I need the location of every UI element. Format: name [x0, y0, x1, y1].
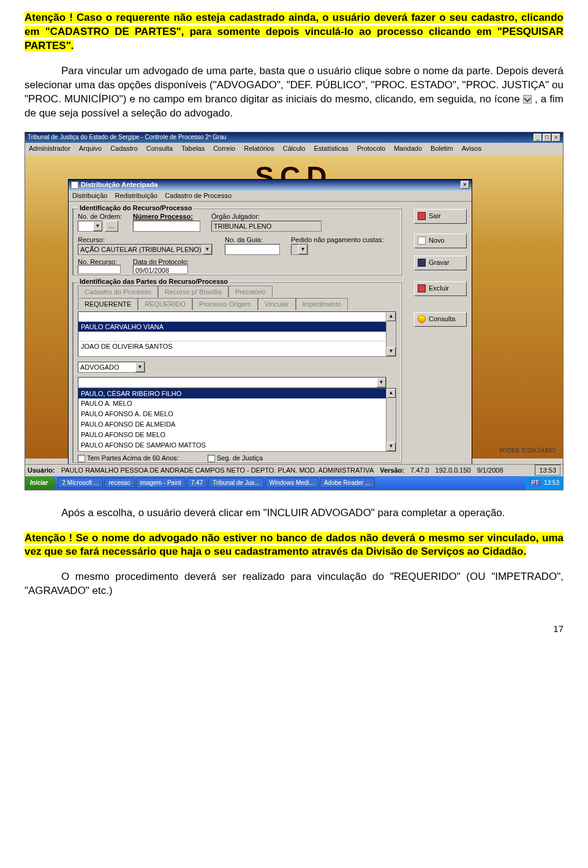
dropdown-ordem[interactable]: ▼ — [93, 221, 102, 231]
names-listbox[interactable]: PAULO, CÉSAR RIBEIRO FILHO PAULO A. MELO… — [78, 388, 396, 452]
main-titlebar: Tribunal de Justiça do Estado de Sergipe… — [25, 132, 563, 143]
name-row[interactable]: PAULO AFONSO DE MELO — [78, 430, 396, 440]
tab-vincular[interactable]: Vincular — [258, 298, 296, 311]
taskbar-item[interactable]: 2 Microsoft ... — [58, 478, 103, 489]
menu-item[interactable]: Administrador — [29, 144, 70, 153]
close-button[interactable]: × — [552, 134, 560, 142]
statusbar: Usuário: PAULO RAMALHO PESSOA DE ANDRADE… — [25, 464, 563, 476]
group-identificacao: Identificação do Recurso/Processo No. de… — [72, 208, 402, 275]
minimize-button[interactable]: _ — [533, 134, 542, 142]
dialog-menu-item[interactable]: Redistribuição — [115, 191, 157, 200]
status-hora: 13:53 — [535, 465, 560, 476]
scroll-up-button[interactable]: ▲ — [386, 312, 396, 321]
button-novo[interactable]: Novo — [414, 234, 467, 248]
button-excluir[interactable]: Excluir — [414, 281, 467, 296]
app-screenshot: Tribunal de Justiça do Estado de Sergipe… — [24, 132, 564, 490]
parties-listbox[interactable]: PAULO CARVALHO VIANA JOAO DE OLIVEIRA SA… — [78, 311, 396, 357]
tab-requerido[interactable]: REQUERIDO — [138, 298, 192, 311]
party-row[interactable]: JOAO DE OLIVEIRA SANTOS — [78, 341, 396, 352]
status-ip: 192.0.0.150 — [435, 466, 471, 475]
names-scrollbar[interactable]: ▲ ▼ — [386, 389, 396, 451]
name-row[interactable]: PAULO ALBERTO CARNEIRO DA COSTA — [78, 451, 396, 452]
warning-1: Atenção ! Caso o requerente não esteja c… — [24, 11, 564, 53]
menu-item[interactable]: Arquivo — [79, 144, 102, 153]
menu-item[interactable]: Correio — [213, 144, 235, 153]
advogado-search-dropdown[interactable]: ▼ — [377, 378, 386, 387]
dropdown-icon — [523, 95, 532, 104]
taskbar-item[interactable]: Windows Medi... — [265, 478, 318, 489]
name-row-selected[interactable]: PAULO, CÉSAR RIBEIRO FILHO — [78, 389, 396, 399]
app-background: SCD PODER JUDICIÁRIO Distribuição Anteci… — [25, 155, 563, 459]
tray-lang[interactable]: PT — [529, 479, 541, 487]
dialog-close-button[interactable]: × — [461, 181, 469, 189]
scroll-down-button[interactable]: ▼ — [386, 347, 396, 356]
exit-icon — [418, 212, 426, 220]
scrollbar[interactable]: ▲ ▼ — [386, 312, 396, 356]
taskbar-item[interactable]: imagem - Paint — [136, 478, 186, 489]
label-orgao: Órgão Julgador: — [211, 212, 260, 221]
menu-item[interactable]: Estatísticas — [314, 144, 348, 153]
role-dropdown-arrow[interactable]: ▼ — [135, 362, 145, 372]
name-row[interactable]: PAULO AFONSO DE ALMEIDA — [78, 419, 396, 430]
warning-2-body: Se o nome do advogado não estiver no ban… — [24, 532, 564, 558]
dialog-distribuicao: Distribuição Antecipada × Distribuição R… — [68, 179, 472, 467]
menu-item[interactable]: Mandado — [394, 144, 422, 153]
start-button[interactable]: Iniciar — [25, 476, 56, 490]
tab-cadastro-processo[interactable]: Cadastro do Processo — [78, 286, 158, 298]
judiciario-label: PODER JUDICIÁRIO — [500, 446, 556, 455]
dropdown-recurso[interactable]: ▼ — [203, 245, 212, 254]
paragraph-2: Para vincular um advogado de uma parte, … — [24, 64, 564, 121]
taskbar-item[interactable]: recesso — [104, 478, 134, 489]
name-row[interactable]: PAULO AFONSO DE SAMPAIO MATTOS — [78, 440, 396, 451]
maximize-button[interactable]: □ — [543, 134, 551, 142]
dialog-menubar: Distribuição Redistribuição Cadastro de … — [69, 191, 472, 202]
dialog-title: Distribuição Antecipada — [81, 180, 158, 189]
menu-item[interactable]: Avisos — [462, 144, 481, 153]
party-row-selected[interactable]: PAULO CARVALHO VIANA — [78, 322, 396, 332]
warning-1-prefix: Atenção ! — [24, 12, 77, 23]
dialog-menu-item[interactable]: Distribuição — [72, 191, 107, 200]
taskbar-item[interactable]: Adobe Reader ... — [320, 478, 375, 489]
tab-impedimento[interactable]: Impedimento — [296, 298, 349, 311]
field-guia[interactable] — [225, 244, 280, 255]
button-consulta[interactable]: Consulta — [414, 312, 467, 327]
checkbox-icon[interactable] — [78, 455, 85, 462]
scroll-down-button[interactable]: ▼ — [386, 442, 396, 451]
tab-precatorio[interactable]: Precatório — [228, 286, 273, 298]
group-partes-label: Identificação das Partes do Recurso/Proc… — [78, 277, 230, 286]
field-data-protocolo[interactable]: 09/01/2008 — [133, 265, 188, 274]
taskbar-item[interactable]: 7.47 — [187, 478, 207, 489]
warning-2: Atenção ! Se o nome do advogado não esti… — [24, 531, 564, 560]
field-numero-processo[interactable] — [133, 221, 200, 232]
dialog-menu-item[interactable]: Cadastro de Processo — [165, 191, 232, 200]
button-sair[interactable]: Sair — [414, 209, 467, 224]
checkbox-seg-justica[interactable]: Seg. de Justiça — [208, 454, 263, 463]
menu-item[interactable]: Cálculo — [283, 144, 306, 153]
tabstrip-upper: Cadastro do Processo Recurso p/ Brasília… — [78, 286, 273, 298]
tab-processo-origem[interactable]: Processo Origem — [192, 298, 258, 311]
name-row[interactable]: PAULO A. MELO — [78, 398, 396, 409]
label-pedido: Pedido não pagamento custas: — [291, 235, 384, 245]
menu-item[interactable]: Cadastro — [110, 144, 138, 153]
menu-item[interactable]: Relatórios — [244, 144, 274, 153]
status-versao-label: Versão: — [380, 466, 404, 475]
name-row[interactable]: PAULO AFONSO A. DE MELO — [78, 409, 396, 419]
tab-requerente[interactable]: REQUERENTE — [78, 298, 138, 311]
checkbox-icon[interactable] — [208, 455, 215, 462]
menu-item[interactable]: Consulta — [146, 144, 173, 153]
advogado-search-field[interactable] — [78, 377, 386, 388]
label-recurso: Recurso: — [78, 235, 105, 245]
list-row-empty — [78, 332, 396, 341]
checkbox-60-anos[interactable]: Tem Partes Acima de 60 Anos: — [78, 454, 179, 463]
menu-item[interactable]: Tabelas — [181, 144, 205, 153]
field-no-recurso[interactable] — [78, 265, 121, 274]
menu-item[interactable]: Boletim — [431, 144, 453, 153]
tab-recurso-brasilia[interactable]: Recurso p/ Brasília — [158, 286, 228, 298]
dropdown-pedido[interactable]: ▼ — [298, 245, 307, 254]
button-ordem-browse[interactable]: ... — [105, 221, 118, 232]
tray-clock: 13:53 — [544, 479, 559, 487]
menu-item[interactable]: Protocolo — [357, 144, 385, 153]
scroll-up-button[interactable]: ▲ — [386, 389, 396, 398]
button-gravar[interactable]: Gravar — [414, 256, 467, 270]
taskbar-item[interactable]: Tribunal de Jus... — [208, 478, 263, 489]
